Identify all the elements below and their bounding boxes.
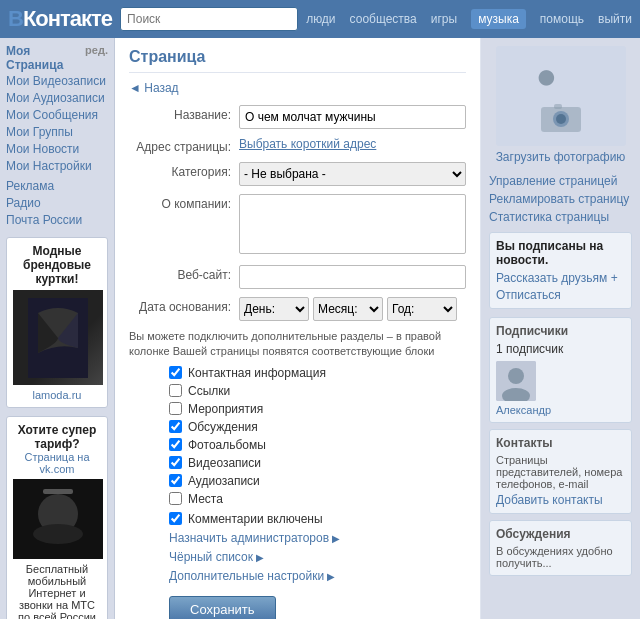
subscribers-box: Подписчики 1 подписчик Александр [489,317,632,423]
subscriber-count: 1 подписчик [496,342,625,356]
manage-page-link[interactable]: Управление страницей [489,174,632,188]
form-row-date: Дата основания: День: Месяц: Год: [129,297,466,321]
name-label: Название: [129,105,239,122]
tell-friends-link[interactable]: Рассказать друзьям + [496,271,618,285]
nav-games[interactable]: игры [431,12,457,26]
camera-icon: ● [536,55,586,137]
year-select[interactable]: Год: [387,297,457,321]
ad2-title: Хотите супер тариф? [13,423,101,451]
nav-people[interactable]: люди [306,12,335,26]
sidebar-video[interactable]: Мои Видеозаписи [6,74,108,88]
links-label[interactable]: Ссылки [188,384,230,398]
ad2-image [13,479,103,559]
edit-link[interactable]: ред. [85,44,108,72]
ad1-title: Модные брендовые куртки! [13,244,101,286]
back-button[interactable]: Назад [129,81,179,95]
form-row-category: Категория: - Не выбрана - [129,162,466,186]
photos-label[interactable]: Фотоальбомы [188,438,266,452]
category-label: Категория: [129,162,239,179]
name-input[interactable] [239,105,466,129]
photo-placeholder: ● [496,46,626,146]
short-address-link[interactable]: Выбрать короткий адрес [239,137,376,151]
sidebar-settings[interactable]: Мои Настройки [6,159,108,173]
extra-settings-link[interactable]: Дополнительные настройки [129,569,466,583]
checkbox-comments: Комментарии включены [129,512,466,526]
ad2-sub: Страница на vk.com [13,451,101,475]
nav-help[interactable]: помощь [540,12,584,26]
sidebar-ads[interactable]: Реклама [6,179,108,193]
category-select[interactable]: - Не выбрана - [239,162,466,186]
comments-checkbox[interactable] [169,512,182,525]
blacklist-link[interactable]: Чёрный список [129,550,466,564]
day-select[interactable]: День: [239,297,309,321]
places-label[interactable]: Места [188,492,223,506]
contacts-text: Страницы представителей, номера телефоно… [496,454,625,490]
events-checkbox[interactable] [169,402,182,415]
website-field-wrapper [239,265,466,289]
info-text: Вы можете подключить дополнительные разд… [129,329,466,360]
upload-photo-link[interactable]: Загрузить фотографию [489,150,632,164]
audio-label[interactable]: Аудиозаписи [188,474,260,488]
discussions-checkbox[interactable] [169,420,182,433]
comments-label[interactable]: Комментарии включены [188,512,323,526]
contacts-label[interactable]: Контактная информация [188,366,326,380]
about-field-wrapper [239,194,466,257]
about-textarea[interactable] [239,194,466,254]
checkbox-contacts: Контактная информация [129,366,466,380]
form-row-website: Веб-сайт: [129,265,466,289]
sidebar: Моя Страница ред. Мои Видеозаписи Мои Ау… [0,38,115,619]
unsubscribe-link[interactable]: Отписаться [496,288,625,302]
checkbox-photos: Фотоальбомы [129,438,466,452]
subscriber-avatar[interactable] [496,361,536,401]
sidebar-ad-1: Модные брендовые куртки! lamoda.ru [6,237,108,408]
video-checkbox[interactable] [169,456,182,469]
photos-checkbox[interactable] [169,438,182,451]
subscriber-name[interactable]: Александр [496,404,625,416]
header: ВКонтакте люди сообщества игры музыка по… [0,0,640,38]
sidebar-messages[interactable]: Мои Сообщения [6,108,108,122]
my-page-header: Моя Страница ред. [6,44,108,72]
sidebar-my-page[interactable]: Моя Страница [6,44,85,72]
sidebar-radio[interactable]: Радио [6,196,108,210]
sidebar-news[interactable]: Мои Новости [6,142,108,156]
date-field-wrapper: День: Месяц: Год: [239,297,466,321]
content-area: Страница Назад Название: Адрес страницы:… [115,38,480,619]
date-row: День: Месяц: Год: [239,297,466,321]
add-contacts-link[interactable]: Добавить контакты [496,493,603,507]
nav-music[interactable]: музыка [471,9,526,29]
advertise-link[interactable]: Рекламировать страницу [489,192,632,206]
discussions-label[interactable]: Обсуждения [188,420,258,434]
svg-point-7 [556,114,566,124]
checkbox-links: Ссылки [129,384,466,398]
stats-link[interactable]: Статистика страницы [489,210,632,224]
subscribe-box: Вы подписаны на новости. Рассказать друз… [489,232,632,309]
right-column: ● Загрузить фотографию Управление страни… [480,38,640,619]
website-label: Веб-сайт: [129,265,239,282]
about-label: О компании: [129,194,239,211]
nav-communities[interactable]: сообщества [350,12,417,26]
sidebar-pochta[interactable]: Почта России [6,213,108,227]
sidebar-audio[interactable]: Мои Аудиозаписи [6,91,108,105]
checkbox-discussions: Обсуждения [129,420,466,434]
video-label[interactable]: Видеозаписи [188,456,261,470]
sidebar-groups[interactable]: Мои Группы [6,125,108,139]
search-input[interactable] [120,7,298,31]
month-select[interactable]: Месяц: [313,297,383,321]
discussions-title: Обсуждения [496,527,625,541]
events-label[interactable]: Мероприятия [188,402,263,416]
audio-checkbox[interactable] [169,474,182,487]
subscribers-title: Подписчики [496,324,625,338]
website-input[interactable] [239,265,466,289]
contacts-title: Контакты [496,436,625,450]
nav-logout[interactable]: выйти [598,12,632,26]
contacts-box: Контакты Страницы представителей, номера… [489,429,632,514]
svg-point-10 [508,368,524,384]
form-row-about: О компании: [129,194,466,257]
nav-bar: люди сообщества игры музыка помощь выйти [306,9,632,29]
save-button[interactable]: Сохранить [169,596,276,619]
admins-link[interactable]: Назначить администраторов [129,531,466,545]
contacts-checkbox[interactable] [169,366,182,379]
places-checkbox[interactable] [169,492,182,505]
links-checkbox[interactable] [169,384,182,397]
ad1-sub: lamoda.ru [13,389,101,401]
